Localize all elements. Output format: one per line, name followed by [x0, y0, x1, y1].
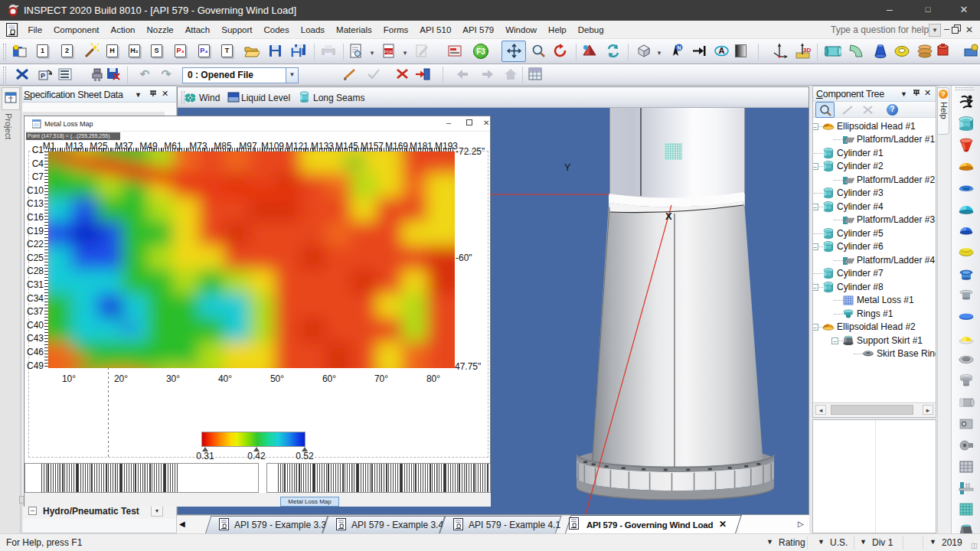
svg-text:P: P	[41, 72, 45, 80]
svg-text:A: A	[719, 46, 725, 55]
svg-text:N: N	[677, 45, 681, 51]
svg-text:3D: 3D	[803, 47, 811, 54]
svg-text:Y: Y	[564, 162, 571, 173]
svg-text:PDF: PDF	[384, 50, 394, 54]
svg-text:X: X	[665, 210, 672, 222]
